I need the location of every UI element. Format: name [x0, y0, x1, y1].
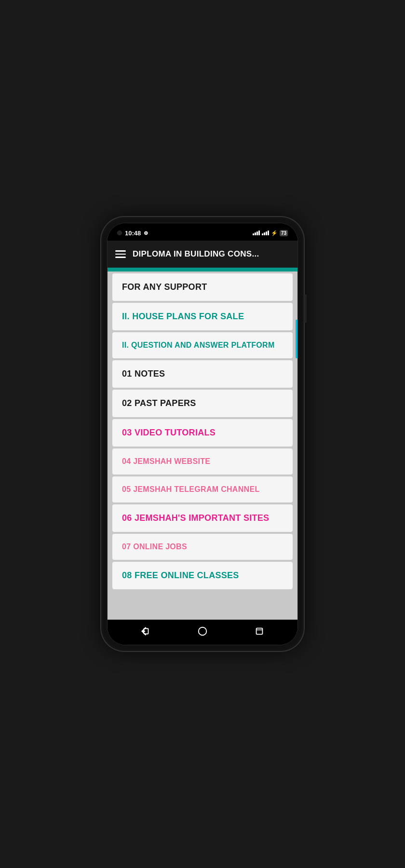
menu-item-label-website: 04 JEMSHAH WEBSITE: [122, 457, 210, 466]
back-button[interactable]: [138, 624, 153, 639]
status-right: ⚡ 73: [253, 230, 288, 236]
menu-item-label-important-sites: 06 JEMSHAH'S IMPORTANT SITES: [122, 513, 269, 523]
signal-bar: [253, 233, 254, 235]
signal-bar: [256, 231, 258, 235]
navigation-bar: [108, 620, 297, 645]
menu-item-label-past-papers: 02 PAST PAPERS: [122, 398, 196, 408]
signal-bar: [255, 232, 256, 235]
back-icon: [140, 626, 151, 637]
home-button[interactable]: [195, 624, 210, 639]
charging-icon: ⚡: [271, 230, 278, 236]
signal-bars-2: [262, 231, 269, 235]
menu-item-video-tutorials[interactable]: 03 VIDEO TUTORIALS: [112, 419, 293, 447]
signal-bar: [266, 231, 267, 235]
status-icon-notification: ⊕: [144, 230, 148, 236]
menu-item-label-online-jobs: 07 ONLINE JOBS: [122, 542, 187, 551]
recent-apps-button[interactable]: [252, 624, 267, 639]
status-bar: 10:48 ⊕: [108, 223, 297, 241]
menu-list: FOR ANY SUPPORTII. HOUSE PLANS FOR SALEI…: [108, 271, 297, 620]
menu-item-important-sites[interactable]: 06 JEMSHAH'S IMPORTANT SITES: [112, 504, 293, 532]
home-icon: [197, 626, 208, 637]
menu-item-qa-platform[interactable]: II. QUESTION AND ANSWER PLATFORM: [112, 332, 293, 358]
signal-bar: [264, 232, 265, 235]
signal-bar: [268, 231, 269, 235]
menu-item-house-plans[interactable]: II. HOUSE PLANS FOR SALE: [112, 303, 293, 330]
recent-icon: [254, 626, 265, 637]
status-left: 10:48 ⊕: [117, 230, 148, 237]
menu-item-label-video-tutorials: 03 VIDEO TUTORIALS: [122, 428, 216, 438]
scroll-indicator: [296, 320, 297, 358]
accent-bar: [108, 268, 297, 271]
battery-indicator: 73: [280, 230, 288, 236]
menu-item-online-jobs[interactable]: 07 ONLINE JOBS: [112, 534, 293, 560]
phone-frame: 10:48 ⊕: [101, 217, 304, 651]
app-header: DIPLOMA IN BUILDING CONS...: [108, 241, 297, 268]
signal-bar: [262, 233, 263, 235]
menu-item-label-free-classes: 08 FREE ONLINE CLASSES: [122, 570, 239, 581]
menu-item-label-notes: 01 NOTES: [122, 369, 165, 379]
menu-item-label-telegram: 05 JEMSHAH TELEGRAM CHANNEL: [122, 485, 259, 494]
signal-bar: [258, 231, 260, 235]
menu-button[interactable]: [115, 250, 126, 258]
menu-item-website[interactable]: 04 JEMSHAH WEBSITE: [112, 448, 293, 475]
menu-item-telegram[interactable]: 05 JEMSHAH TELEGRAM CHANNEL: [112, 476, 293, 502]
phone-screen: 10:48 ⊕: [107, 223, 298, 645]
menu-item-past-papers[interactable]: 02 PAST PAPERS: [112, 390, 293, 417]
menu-item-free-classes[interactable]: 08 FREE ONLINE CLASSES: [112, 562, 293, 589]
menu-item-label-qa-platform: II. QUESTION AND ANSWER PLATFORM: [122, 341, 275, 350]
menu-item-label-support: FOR ANY SUPPORT: [122, 282, 207, 292]
menu-item-label-house-plans: II. HOUSE PLANS FOR SALE: [122, 312, 244, 322]
hamburger-line: [115, 254, 126, 255]
svg-point-1: [199, 627, 207, 636]
hamburger-line: [115, 257, 126, 258]
hamburger-line: [115, 250, 126, 252]
status-time: 10:48: [125, 230, 141, 237]
camera-dot: [117, 231, 122, 235]
header-title: DIPLOMA IN BUILDING CONS...: [133, 249, 290, 259]
menu-item-support[interactable]: FOR ANY SUPPORT: [112, 273, 293, 301]
signal-bars-1: [253, 231, 260, 235]
svg-rect-2: [256, 628, 263, 635]
menu-item-notes[interactable]: 01 NOTES: [112, 360, 293, 388]
